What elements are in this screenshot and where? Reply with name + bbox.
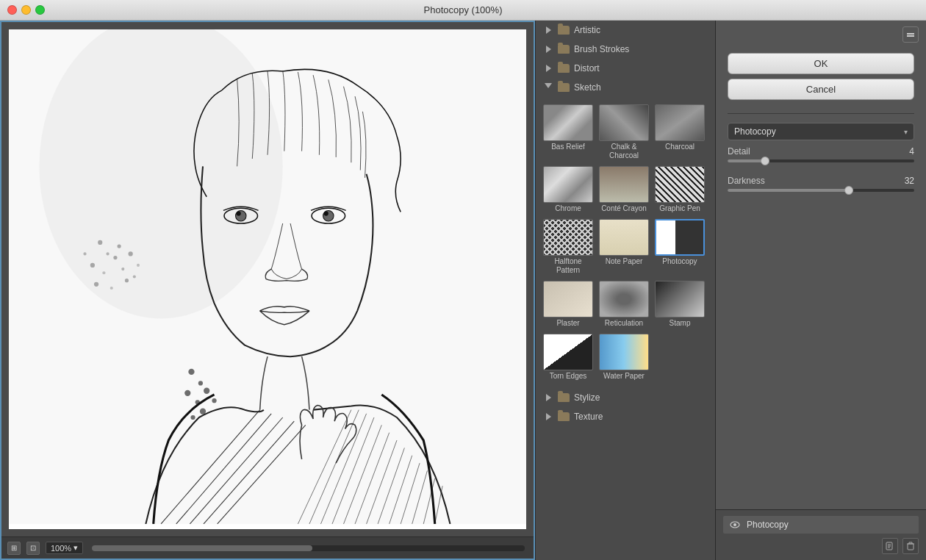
zoom-dropdown-arrow: ▾ [73,543,78,553]
zoom-actual-button[interactable]: ⊡ [26,542,40,555]
eye-icon [730,521,740,528]
filter-label-photocopy: Photocopy [662,257,697,266]
svg-point-3 [98,240,102,245]
category-sketch[interactable]: Sketch [536,78,715,97]
settings-panel: OK Cancel Photocopy ▾ Detail 4 [715,21,926,560]
folder-icon-stylize [558,393,570,402]
svg-point-16 [133,275,136,278]
folder-icon-artistic [558,26,570,35]
svg-point-52 [733,523,736,526]
triangle-right-icon [546,46,551,53]
detail-row: Detail 4 [728,146,914,157]
filter-thumb-bas-relief [543,104,593,141]
darkness-slider[interactable] [728,189,914,192]
svg-point-41 [188,369,194,375]
filter-item-chrome[interactable]: Chrome [542,165,595,215]
preview-image [9,29,526,529]
cancel-button[interactable]: Cancel [728,79,914,100]
svg-point-13 [129,251,133,256]
filter-thumb-conte [599,166,649,203]
category-stylize[interactable]: Stylize [536,388,715,407]
settings-buttons: OK Cancel [716,43,926,110]
close-button[interactable] [7,5,17,15]
preview-toolbar: ⊞ ⊡ 100% ▾ [1,536,534,559]
filter-item-photocopy[interactable]: Photocopy [653,218,706,276]
delete-layer-button[interactable] [902,538,919,554]
darkness-row: Darkness 32 [728,176,914,186]
filter-item-torn-edges[interactable]: Torn Edges [542,332,595,382]
filter-item-plaster[interactable]: Plaster [542,279,595,329]
svg-point-19 [237,211,241,215]
filter-thumb-torn-edges [543,334,593,370]
darkness-slider-fill [728,189,849,192]
filter-thumb-photocopy [655,219,705,256]
settings-controls: Photocopy ▾ Detail 4 Darkness [716,117,926,205]
svg-point-8 [121,268,124,270]
detail-label: Detail [728,146,750,157]
filter-label-water-paper: Water Paper [603,372,645,381]
filter-label-bas-relief: Bas Relief [551,143,585,151]
filter-thumb-graphic-pen [655,166,705,203]
category-texture[interactable]: Texture [536,407,715,426]
svg-point-14 [137,264,140,267]
category-artistic[interactable]: Artistic [536,21,715,40]
layer-visibility-toggle[interactable] [729,519,741,531]
settings-spacer [716,205,926,509]
svg-rect-50 [907,35,914,37]
filter-thumb-charcoal [655,104,705,141]
svg-point-42 [198,381,203,385]
folder-icon-texture [558,412,570,421]
filter-item-conte-crayon[interactable]: Conté Crayon [597,165,650,215]
layer-panel: Photocopy [716,509,926,560]
filter-item-graphic-pen[interactable]: Graphic Pen [653,165,706,215]
filter-item-water-paper[interactable]: Water Paper [597,332,650,382]
filter-item-stamp[interactable]: Stamp [653,279,706,329]
darkness-slider-thumb[interactable] [844,186,853,195]
category-brush-strokes[interactable]: Brush Strokes [536,40,715,59]
filter-item-bas-relief[interactable]: Bas Relief [542,103,595,162]
svg-point-15 [118,244,121,248]
svg-point-6 [102,271,105,274]
title-bar: Photocopy (100%) [0,0,926,21]
svg-rect-57 [908,544,914,550]
main-layout: ⊞ ⊡ 100% ▾ Artistic Brush Strokes [0,21,926,560]
category-brush-label: Brush Strokes [574,44,629,54]
category-texture-label: Texture [574,412,603,422]
folder-icon-sketch [558,83,570,92]
window-title: Photocopy (100%) [424,4,503,15]
filter-label-charcoal: Charcoal [665,143,694,151]
darkness-control: Darkness 32 [728,176,914,199]
filter-item-note-paper[interactable]: Note Paper [597,218,650,276]
layer-tools [723,538,919,554]
svg-point-43 [184,390,190,396]
filter-thumb-reticulation [599,281,649,317]
detail-value: 4 [897,146,914,157]
ok-button[interactable]: OK [728,53,914,74]
new-effect-layer-button[interactable] [882,538,898,554]
folder-icon-distort [558,64,570,73]
filter-item-reticulation[interactable]: Reticulation [597,279,650,329]
collapse-panel-button[interactable] [902,26,919,43]
detail-slider-thumb[interactable] [761,157,769,165]
category-distort-label: Distort [574,63,600,73]
filter-item-halftone-pattern[interactable]: Halftone Pattern [542,218,595,276]
scrollbar-thumb [92,545,312,551]
sketch-portrait [9,29,526,524]
zoom-display[interactable]: 100% ▾ [46,542,83,554]
zoom-scrollbar[interactable] [92,545,525,551]
filter-item-charcoal[interactable]: Charcoal [653,103,706,162]
maximize-button[interactable] [35,5,45,15]
darkness-value: 32 [897,176,914,186]
sketch-filter-grid-section: Bas Relief Chalk & Charcoal Charcoal Chr… [536,97,715,388]
minimize-button[interactable] [21,5,31,15]
filter-label-torn-edges: Torn Edges [550,372,587,381]
filter-dropdown[interactable]: Photocopy ▾ [728,123,914,140]
zoom-fit-button[interactable]: ⊞ [7,542,21,555]
detail-slider[interactable] [728,159,914,162]
triangle-right-icon [546,394,551,401]
filter-item-chalk-charcoal[interactable]: Chalk & Charcoal [597,103,650,162]
sketch-filter-grid: Bas Relief Chalk & Charcoal Charcoal Chr… [542,100,709,385]
filter-label-note-paper: Note Paper [606,257,643,266]
svg-point-12 [83,252,86,255]
category-distort[interactable]: Distort [536,59,715,78]
